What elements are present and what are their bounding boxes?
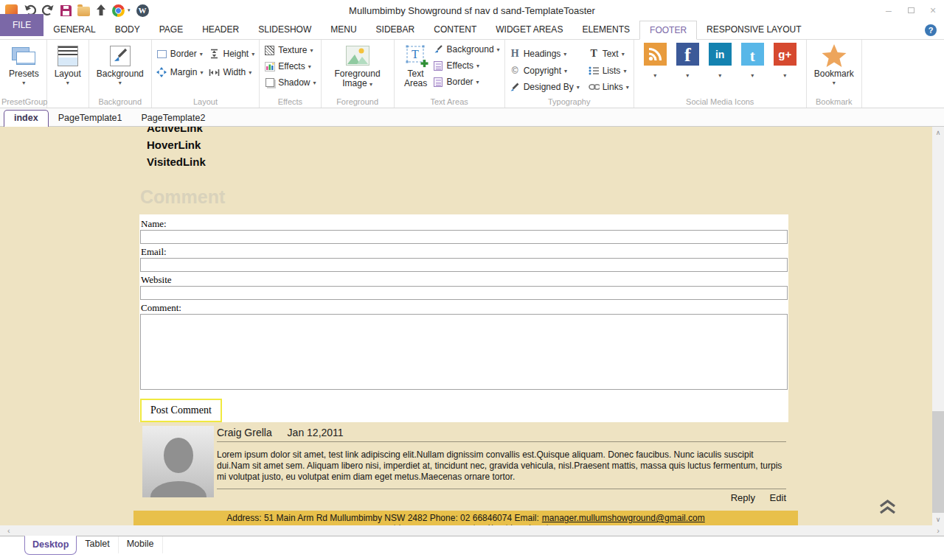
margin-button[interactable]: Margin▾ [156, 67, 204, 77]
text-area-background-button[interactable]: Background▾ [433, 44, 500, 55]
height-button[interactable]: Height▾ [209, 49, 254, 59]
horizontal-scrollbar[interactable]: ‹ › [0, 525, 944, 536]
facebook-button[interactable]: f▾ [676, 43, 699, 79]
tab-header[interactable]: HEADER [192, 20, 249, 39]
post-comment-button[interactable]: Post Comment [140, 399, 222, 422]
help-icon[interactable]: ? [925, 24, 937, 36]
scroll-to-top-icon[interactable] [878, 499, 898, 518]
lists-button[interactable]: Lists▾ [589, 66, 629, 76]
layout-icon [58, 46, 78, 66]
links-button[interactable]: Links▾ [589, 82, 629, 92]
close-button[interactable]: × [922, 0, 944, 21]
wordpress-icon[interactable]: W [136, 4, 149, 17]
redo-icon[interactable] [42, 4, 55, 16]
scroll-left-arrow[interactable]: ‹ [7, 526, 10, 535]
tab-general[interactable]: GENERAL [44, 20, 105, 39]
dropdown-caret-icon: ▾ [313, 80, 316, 86]
foreground-image-button[interactable]: Foreground Image ▾ [326, 42, 389, 88]
background-button[interactable]: Background ▾ [94, 42, 147, 86]
twitter-button[interactable]: t▾ [741, 43, 764, 79]
comment-textarea[interactable] [140, 314, 788, 390]
footer-email-link[interactable]: manager.mullumshowground@gmail.com [542, 513, 705, 523]
scroll-down-arrow[interactable]: ∨ [932, 514, 944, 525]
text-areas-button[interactable]: T Text Areas [399, 42, 433, 88]
tab-responsive-layout[interactable]: RESPONSIVE LAYOUT [697, 20, 811, 39]
layout-button[interactable]: Layout ▾ [52, 42, 84, 86]
tab-sidebar[interactable]: SIDEBAR [367, 20, 425, 39]
dropdown-caret-icon: ▾ [497, 46, 500, 53]
shadow-button[interactable]: Shadow▾ [264, 77, 316, 88]
vertical-scrollbar-thumb[interactable] [932, 411, 944, 513]
brush-icon [433, 44, 444, 55]
edit-link[interactable]: Edit [770, 492, 786, 503]
comment-body: Lorem ipsum dolor sit amet, test link ad… [217, 449, 786, 483]
dropdown-caret-icon: ▾ [476, 79, 479, 85]
email-input[interactable] [140, 258, 788, 272]
tab-content[interactable]: CONTENT [424, 20, 486, 39]
avatar [142, 426, 214, 497]
designed-by-button[interactable]: Designed By▾ [510, 82, 580, 92]
headings-icon: H [510, 48, 521, 60]
template-tab-pagetemplate2[interactable]: PageTemplate2 [132, 111, 215, 126]
tab-elements[interactable]: ELEMENTS [572, 20, 639, 39]
device-tab-desktop[interactable]: Desktop [24, 536, 77, 555]
reply-link[interactable]: Reply [731, 492, 755, 503]
text-area-border-button[interactable]: Border▾ [433, 77, 500, 87]
hover-link[interactable]: HoverLink [147, 136, 798, 153]
texture-button[interactable]: Texture▾ [264, 45, 316, 55]
googleplus-button[interactable]: g+▾ [774, 43, 796, 79]
tab-slideshow[interactable]: SLIDESHOW [249, 20, 321, 39]
rss-button[interactable]: ▾ [644, 43, 667, 79]
linkedin-button[interactable]: in▾ [709, 43, 732, 79]
device-tab-tablet[interactable]: Tablet [77, 536, 118, 553]
minimize-button[interactable]: – [878, 0, 900, 21]
export-icon[interactable] [96, 4, 106, 16]
active-link[interactable]: ActiveLink [147, 127, 798, 136]
scroll-up-arrow[interactable]: ∧ [932, 127, 944, 139]
template-tab-pagetemplate1[interactable]: PageTemplate1 [49, 111, 132, 126]
maximize-button[interactable] [900, 0, 922, 21]
width-icon [209, 68, 220, 77]
designer-link[interactable]: Micks Web Design [501, 524, 555, 525]
comment-date: Jan 12,2011 [288, 427, 344, 438]
dropdown-caret-icon: ▾ [653, 72, 656, 79]
save-icon[interactable] [60, 5, 72, 16]
page-icon [434, 61, 442, 71]
open-folder-icon[interactable] [77, 7, 90, 16]
dropdown-caret-icon: ▾ [751, 72, 754, 79]
dropdown-caret-icon: ▾ [476, 63, 479, 69]
presets-button[interactable]: Presets ▾ [6, 42, 42, 86]
dropdown-caret-icon: ▾ [564, 68, 567, 74]
dropdown-caret-icon: ▾ [622, 51, 625, 57]
device-tab-mobile[interactable]: Mobile [119, 536, 163, 553]
text-area-effects-button[interactable]: Effects▾ [433, 60, 500, 71]
headings-button[interactable]: HHeadings▾ [510, 48, 580, 60]
dropdown-caret-icon: ▾ [308, 63, 311, 70]
browser-caret-icon[interactable]: ▾ [128, 7, 131, 13]
dropdown-caret-icon: ▾ [22, 80, 25, 86]
tab-widget-areas[interactable]: WIDGET AREAS [486, 20, 572, 39]
border-button[interactable]: Border▾ [156, 49, 204, 59]
tab-footer[interactable]: FOOTER [639, 21, 697, 40]
twitter-icon: t [741, 43, 764, 66]
tab-body[interactable]: BODY [105, 20, 150, 39]
effects-button[interactable]: Effects▾ [264, 61, 316, 71]
pencil-icon [510, 82, 521, 92]
presets-icon [12, 47, 35, 65]
website-input[interactable] [140, 286, 788, 300]
tab-page[interactable]: PAGE [150, 20, 192, 39]
name-input[interactable] [140, 230, 788, 244]
vertical-scrollbar[interactable]: ∧ ∨ [932, 127, 944, 525]
ribbon-group-text-areas: T Text Areas Background▾ Effects▾ Border… [395, 40, 505, 108]
bookmark-button[interactable]: Bookmark ▾ [811, 42, 857, 86]
template-tab-index[interactable]: index [4, 110, 49, 127]
rss-icon [644, 43, 667, 66]
browser-preview-icon[interactable] [112, 4, 125, 17]
tab-file[interactable]: FILE [0, 14, 44, 36]
text-button[interactable]: TText▾ [589, 48, 629, 60]
scroll-right-arrow[interactable]: › [937, 526, 940, 535]
tab-menu[interactable]: MENU [321, 20, 366, 39]
copyright-button[interactable]: ©Copyright▾ [510, 66, 580, 76]
visited-link[interactable]: VisitedLink [147, 153, 798, 170]
width-button[interactable]: Width▾ [209, 67, 254, 77]
